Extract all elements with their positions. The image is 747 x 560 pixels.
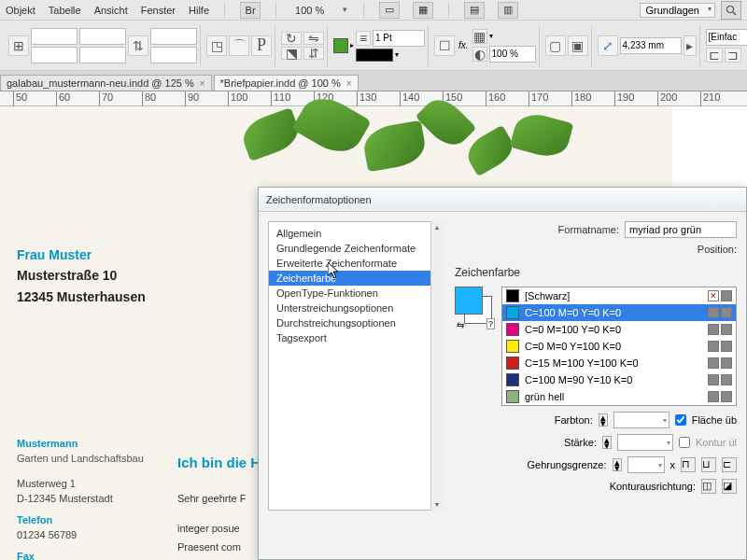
tab-label: galabau_mustermann-neu.indd @ 125 % [7, 77, 194, 89]
fill-swatch[interactable] [333, 38, 348, 53]
paragraph-icon[interactable]: P [251, 35, 272, 56]
document-tab[interactable]: *Briefpapier.indd @ 100 % × [214, 75, 359, 91]
stroke-style-dropdown-icon[interactable]: ▾ [395, 50, 399, 59]
corner-radius-icon[interactable]: ⌒ [229, 35, 249, 56]
measure-field[interactable]: 4,233 mm [620, 37, 682, 54]
fx-icon[interactable]: ☐ [434, 35, 455, 56]
scale-y-field[interactable] [150, 47, 197, 63]
cat-opentype[interactable]: OpenType-Funktionen [269, 286, 444, 301]
cat-unterstreichung[interactable]: Unterstreichungsoptionen [269, 301, 444, 315]
arrange-icon[interactable]: ▤ [464, 2, 485, 19]
h-field[interactable] [79, 47, 126, 63]
align-inside-icon[interactable]: ◪ [722, 479, 737, 494]
menu-objekt[interactable]: Objekt [6, 5, 35, 16]
x-field[interactable] [31, 28, 78, 45]
screen-mode-icon[interactable]: ▦ [413, 2, 433, 19]
swatch-color-icon [506, 340, 519, 353]
swatch-color-icon [506, 357, 519, 370]
w-field[interactable] [79, 28, 126, 45]
swatch-list[interactable]: [Schwarz] ✕ C=100 M=0 Y=0 K=0 C=0 M=100 … [501, 287, 737, 406]
default-colors-icon[interactable]: ? [486, 318, 495, 329]
cat-allgemein[interactable]: Allgemein [269, 226, 444, 241]
cap-icon-2[interactable]: ⊐ [725, 48, 741, 63]
character-style-options-dialog: Zeichenformatoptionen Allgemein Grundleg… [258, 187, 747, 560]
join-round-icon[interactable]: ⊔ [701, 457, 716, 472]
formatname-label: Formatname: [558, 224, 619, 235]
swatch-row[interactable]: C=0 M=100 Y=0 K=0 [502, 321, 736, 338]
search-icon [726, 5, 737, 16]
swatch-row[interactable]: C=100 M=0 Y=0 K=0 [502, 304, 736, 321]
swatch-row[interactable]: [Schwarz] ✕ [502, 287, 736, 304]
swatch-row[interactable]: grün hell [502, 388, 736, 405]
zoom-level[interactable]: 100 % [291, 5, 328, 16]
opacity-field[interactable]: 100 % [489, 46, 536, 63]
join-bevel-icon[interactable]: ⊏ [722, 457, 737, 472]
scale-x-field[interactable] [150, 28, 197, 45]
flaeche-checkbox[interactable] [675, 414, 686, 426]
addressee-city: 12345 Musterhausen [17, 287, 146, 307]
rotate-icon[interactable]: ↻ [281, 32, 302, 45]
kontur-checkbox[interactable] [679, 437, 690, 448]
flip-h-icon[interactable]: ⇋ [303, 32, 324, 45]
opacity-target-icon[interactable]: ▦ [472, 29, 487, 44]
swatch-row[interactable]: C=0 M=0 Y=100 K=0 [502, 338, 736, 355]
cat-durchstreichung[interactable]: Durchstreichungsoptionen [269, 315, 444, 330]
fill-proxy[interactable] [455, 287, 483, 315]
search-button[interactable] [721, 1, 741, 20]
shear-icon[interactable]: ⬔ [281, 47, 302, 60]
menu-hilfe[interactable]: Hilfe [189, 5, 209, 16]
staerke-stepper[interactable]: ▴▾ [602, 436, 612, 449]
align-center-icon[interactable]: ◫ [701, 479, 716, 494]
stroke-weight-field[interactable]: 1 Pt [373, 30, 425, 47]
ref-point-icon[interactable]: ⊞ [8, 35, 29, 56]
cat-zeichenfarbe[interactable]: Zeichenfarbe [269, 271, 444, 286]
measure-stepper[interactable]: ▸ [684, 35, 697, 56]
farbton-field[interactable] [613, 412, 669, 428]
farbton-stepper[interactable]: ▴▾ [599, 413, 608, 427]
view-mode-icon[interactable]: ▭ [379, 2, 400, 19]
formatname-input[interactable] [625, 221, 737, 238]
body-line: Sehr geehrte F [177, 490, 261, 509]
dialog-titlebar[interactable]: Zeichenformatoptionen [259, 188, 746, 212]
arrange2-icon[interactable]: ▥ [498, 2, 518, 19]
corner-icon[interactable]: ◳ [206, 35, 227, 56]
y-field[interactable] [31, 47, 78, 63]
text-wrap-bound-icon[interactable]: ▣ [568, 35, 588, 56]
gehrung-field[interactable] [627, 456, 665, 473]
swatch-name: [Schwarz] [525, 290, 570, 301]
workspace-switcher[interactable]: Grundlagen [640, 3, 716, 18]
menu-tabelle[interactable]: Tabelle [49, 5, 81, 16]
einfach-field[interactable]: [Einfac [706, 29, 747, 46]
swap-icon[interactable]: ⇆ [455, 320, 466, 330]
fill-dropdown-icon[interactable]: ▸ [350, 41, 354, 49]
stroke-style-swatch[interactable] [356, 49, 393, 62]
cat-tagsexport[interactable]: Tagsexport [269, 330, 444, 345]
staerke-field[interactable] [617, 434, 673, 451]
tab-close-icon[interactable]: × [346, 78, 352, 89]
join-miter-icon[interactable]: ⊓ [681, 457, 696, 472]
constrain-icon[interactable]: ⇅ [128, 35, 148, 56]
fx-label[interactable]: fx. [457, 40, 471, 50]
menu-ansicht[interactable]: Ansicht [94, 5, 128, 16]
document-tab[interactable]: galabau_mustermann-neu.indd @ 125 % × [0, 75, 212, 91]
cat-erweiterte[interactable]: Erweiterte Zeichenformate [269, 256, 444, 271]
category-list[interactable]: Allgemein Grundlegende Zeichenformate Er… [268, 221, 445, 511]
category-scrollbar[interactable] [430, 221, 445, 511]
zoom-dropdown-icon[interactable]: ▼ [341, 6, 348, 14]
footer-company: Mustermann [17, 436, 144, 452]
stroke-weight-icon: ≡ [356, 31, 371, 46]
cap-icon-1[interactable]: ⊏ [706, 48, 723, 63]
flip-v-icon[interactable]: ⇵ [303, 47, 324, 60]
bridge-button[interactable]: Br [240, 2, 261, 19]
swatch-row[interactable]: C=100 M=90 Y=10 K=0 [502, 371, 736, 388]
tab-close-icon[interactable]: × [200, 78, 205, 89]
swatch-name: grün hell [525, 391, 564, 402]
cat-grundlegende[interactable]: Grundlegende Zeichenformate [269, 241, 444, 256]
measure-tool-icon[interactable]: ⤢ [598, 35, 618, 56]
opacity-dropdown-icon[interactable]: ▾ [489, 32, 493, 40]
menu-fenster[interactable]: Fenster [141, 5, 176, 16]
swatch-row[interactable]: C=15 M=100 Y=100 K=0 [502, 355, 736, 371]
text-wrap-none-icon[interactable]: ▢ [545, 35, 566, 56]
opacity-icon: ◐ [472, 47, 487, 62]
gehrung-stepper[interactable]: ▴▾ [613, 458, 622, 471]
